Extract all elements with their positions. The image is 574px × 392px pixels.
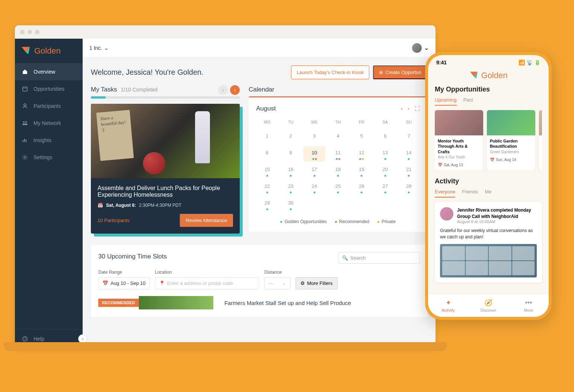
nav-settings[interactable]: Settings <box>15 149 83 166</box>
date-range-input[interactable]: 📅 Aug 10 - Sep 10 <box>98 277 150 289</box>
opportunity-title: Mentor Youth Through Arts & Crafts <box>438 138 480 154</box>
compass-icon: 🧭 <box>484 299 492 307</box>
calendar-icon: 📅 <box>490 158 494 162</box>
opportunity-card[interactable]: Public Garden Beautification Green Garde… <box>487 110 535 170</box>
calendar-prev-button[interactable]: ‹ <box>401 106 403 112</box>
pnav-more[interactable]: ••• More <box>508 294 549 317</box>
nav-overview[interactable]: Overview <box>15 63 83 80</box>
pin-icon: 📍 <box>159 280 165 286</box>
opportunity-card[interactable]: Mentor Youth Through Arts & Crafts Arts … <box>435 110 483 170</box>
pnav-activity[interactable]: ✦ Activity <box>428 294 468 317</box>
progress-fill <box>91 96 106 99</box>
more-icon: ••• <box>525 299 532 307</box>
activity-avatar <box>440 207 453 221</box>
calendar-day[interactable]: 11 <box>327 146 349 161</box>
calendar-day[interactable]: 10 <box>303 146 325 161</box>
svg-point-2 <box>24 104 26 106</box>
nav-participants[interactable]: Participants <box>15 97 83 115</box>
calendar-day[interactable]: 3 <box>303 129 325 145</box>
pnav-discover[interactable]: 🧭 Discover <box>468 294 508 317</box>
tab-me[interactable]: Me <box>485 189 491 197</box>
calendar-next-button[interactable]: › <box>408 106 409 112</box>
tab-past[interactable]: Past <box>463 97 473 106</box>
calendar-day[interactable]: 13 <box>374 146 396 161</box>
legend-private: Private <box>377 219 395 224</box>
calendar-day[interactable]: 17 <box>303 163 325 178</box>
review-attendance-button[interactable]: Review Attendance <box>180 214 233 227</box>
calendar-day[interactable]: 18 <box>327 163 349 178</box>
nav-opportunities[interactable]: Opportunities <box>15 80 83 97</box>
calendar-day[interactable]: 16 <box>280 163 302 178</box>
nav-insights[interactable]: Insights <box>15 132 83 149</box>
search-input[interactable]: 🔍 Search <box>338 252 420 264</box>
calendar-day[interactable]: 5 <box>351 129 373 145</box>
create-opportunity-button[interactable]: ⊕ Create Opportun <box>373 65 427 79</box>
tab-upcoming[interactable]: Upcoming <box>435 97 457 106</box>
phone-device: 9:41 📶 📡 🔋 Golden My Opportunities Upcom… <box>425 52 552 320</box>
calendar-day[interactable]: 1 <box>256 129 278 145</box>
home-icon <box>22 68 28 75</box>
opportunity-carousel[interactable]: Mentor Youth Through Arts & Crafts Arts … <box>435 110 542 170</box>
calendar-day[interactable]: 28 <box>398 180 420 195</box>
calendar-day[interactable]: 24 <box>303 180 325 195</box>
legend-recommended: Recommended <box>335 219 369 224</box>
activity-heading: Activity <box>435 177 542 185</box>
user-menu[interactable]: ⌄ <box>412 43 429 53</box>
distance-input[interactable]: — ⌄ <box>264 277 290 289</box>
task-card[interactable]: Have a beautiful day! :) Assemble and De… <box>91 104 240 234</box>
nav-label: Opportunities <box>34 86 64 92</box>
status-time: 9:41 <box>436 60 447 65</box>
calendar-day[interactable]: 15 <box>256 163 278 178</box>
location-input[interactable]: 📍 Enter a address or postal code <box>155 277 259 289</box>
location-placeholder: Enter a address or postal code <box>167 280 233 286</box>
calendar-day[interactable]: 2 <box>280 129 302 145</box>
calendar-day[interactable]: 14 <box>398 146 420 161</box>
welcome-heading: Welcome, Jessica! You're Golden. <box>91 68 204 77</box>
calendar-day[interactable]: 22 <box>256 180 278 195</box>
legend-golden: Golden Opportunities <box>280 219 326 224</box>
tab-friends[interactable]: Friends <box>462 189 478 197</box>
calendar-day[interactable]: 19 <box>351 163 373 178</box>
avatar <box>412 43 422 53</box>
pnav-label: Discover <box>481 308 497 312</box>
tasks-prev-button[interactable]: ‹ <box>218 85 228 95</box>
more-filters-button[interactable]: ⚙ More Filters <box>296 277 338 289</box>
calendar-day[interactable]: 26 <box>351 180 373 195</box>
calendar-day[interactable]: 9 <box>280 146 302 161</box>
calendar-day[interactable]: 4 <box>327 129 349 145</box>
activity-image <box>440 244 537 277</box>
slot-row[interactable]: RECOMMENDED Farmers Market Stall Set up … <box>98 296 420 309</box>
plus-icon: ⊕ <box>379 70 383 75</box>
tasks-next-button[interactable]: › <box>230 85 240 95</box>
calendar-expand-button[interactable]: ⛶ <box>415 106 420 112</box>
calendar-day[interactable]: 12 <box>351 146 373 161</box>
launch-kiosk-button[interactable]: Launch Today's Check-in Kiosk <box>291 65 369 79</box>
calendar-day[interactable]: 25 <box>327 180 349 195</box>
calendar-day[interactable]: 29 <box>256 196 278 212</box>
upcoming-section: 30 Upcoming Time Slots 🔍 Search Date Ran… <box>91 245 427 317</box>
svg-text:?: ? <box>24 337 26 341</box>
section-title-text: My Tasks <box>91 86 117 93</box>
opportunity-card[interactable]: Assem Deliver Commu 📅 Sa <box>539 110 542 170</box>
tab-everyone[interactable]: Everyone <box>435 189 455 197</box>
nav-label: Overview <box>34 69 55 75</box>
help-label: Help <box>34 336 44 342</box>
calendar-day[interactable]: 20 <box>374 163 396 178</box>
calendar-day[interactable]: 21 <box>398 163 420 178</box>
calendar-day[interactable]: 8 <box>256 146 278 161</box>
pnav-label: More <box>524 308 533 312</box>
calendar-day[interactable]: 27 <box>374 180 396 195</box>
chevron-down-icon: ⌄ <box>282 280 286 286</box>
calendar-day[interactable]: 23 <box>280 180 302 195</box>
calendar-day[interactable]: 6 <box>374 129 396 145</box>
org-selector[interactable]: 1 Inc. ⌄ <box>89 45 109 51</box>
calendar-dow: MO <box>256 120 278 128</box>
svg-point-8 <box>24 157 26 158</box>
calendar-day[interactable]: 30 <box>280 196 302 212</box>
nav-network[interactable]: My Network <box>15 115 83 132</box>
activity-card[interactable]: Jennifer Rivera completed Monday Group C… <box>435 202 542 283</box>
upcoming-heading: 30 Upcoming Time Slots <box>98 253 167 260</box>
calendar-day[interactable]: 7 <box>398 129 420 145</box>
activity-tabs: Everyone Friends Me <box>435 189 542 197</box>
phone-logo-text: Golden <box>481 71 508 80</box>
